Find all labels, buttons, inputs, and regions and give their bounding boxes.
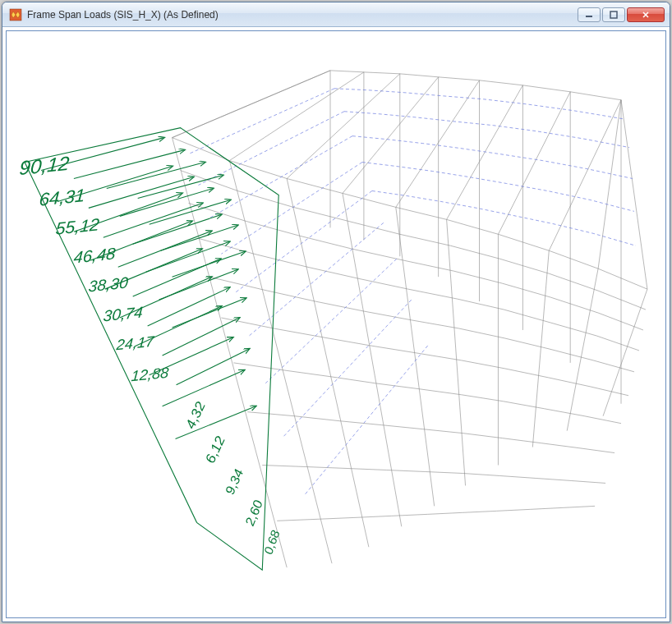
- svg-line-16: [447, 219, 466, 485]
- minimize-button[interactable]: [578, 7, 601, 22]
- frame-lines: [173, 71, 647, 567]
- load-arrows: [25, 128, 278, 570]
- svg-line-59: [133, 214, 222, 244]
- svg-line-25: [396, 80, 480, 208]
- svg-line-38: [305, 346, 428, 494]
- svg-line-51: [104, 203, 203, 237]
- svg-line-31: [198, 112, 344, 186]
- svg-line-28: [549, 100, 621, 250]
- svg-line-61: [159, 269, 238, 300]
- svg-line-27: [498, 92, 570, 235]
- svg-line-21: [173, 71, 330, 138]
- svg-line-62: [173, 298, 246, 328]
- svg-line-15: [396, 207, 435, 506]
- svg-line-33: [221, 163, 362, 255]
- window-frame: Frame Span Loads (SIS_H_X) (As Defined): [2, 2, 670, 622]
- svg-line-37: [283, 300, 412, 437]
- svg-line-66: [173, 251, 246, 277]
- structural-model: [7, 31, 665, 617]
- svg-rect-1: [586, 16, 592, 17]
- svg-line-23: [287, 74, 400, 179]
- svg-line-40: [58, 167, 173, 202]
- svg-line-11: [173, 138, 288, 568]
- svg-line-55: [163, 318, 240, 356]
- svg-line-39: [41, 138, 164, 171]
- window-controls: [578, 7, 665, 22]
- svg-line-26: [447, 85, 523, 220]
- svg-line-46: [150, 337, 233, 375]
- close-button[interactable]: [627, 7, 665, 22]
- floor-grid: [189, 89, 636, 495]
- svg-line-24: [343, 77, 439, 194]
- svg-line-13: [287, 178, 369, 547]
- svg-line-29: [598, 100, 621, 268]
- svg-line-19: [567, 268, 598, 430]
- svg-line-20: [603, 289, 647, 416]
- svg-rect-2: [610, 11, 617, 18]
- svg-line-58: [120, 188, 214, 216]
- svg-line-50: [89, 177, 194, 209]
- svg-line-42: [90, 221, 192, 260]
- svg-line-48: [176, 406, 256, 439]
- svg-line-56: [177, 349, 250, 385]
- svg-line-60: [146, 241, 230, 272]
- app-icon: [9, 8, 22, 21]
- svg-line-41: [74, 193, 182, 232]
- svg-line-63: [138, 176, 223, 199]
- titlebar[interactable]: Frame Span Loads (SIS_H_X) (As Defined): [2, 2, 670, 27]
- svg-line-22: [229, 72, 364, 161]
- svg-line-36: [265, 259, 397, 383]
- structural-viewport[interactable]: 90,12 64,31 55,12 46,48 38,30 30,74 24,1…: [7, 31, 665, 617]
- svg-line-14: [343, 193, 402, 526]
- maximize-button[interactable]: [602, 7, 625, 22]
- svg-line-45: [135, 306, 222, 346]
- svg-line-49: [74, 150, 185, 179]
- svg-line-32: [209, 136, 352, 218]
- svg-line-47: [163, 370, 245, 406]
- window-title: Frame Span Loads (SIS_H_X) (As Defined): [27, 9, 578, 21]
- svg-line-18: [532, 250, 549, 447]
- content-area: 90,12 64,31 55,12 46,48 38,30 30,74 24,1…: [6, 30, 666, 618]
